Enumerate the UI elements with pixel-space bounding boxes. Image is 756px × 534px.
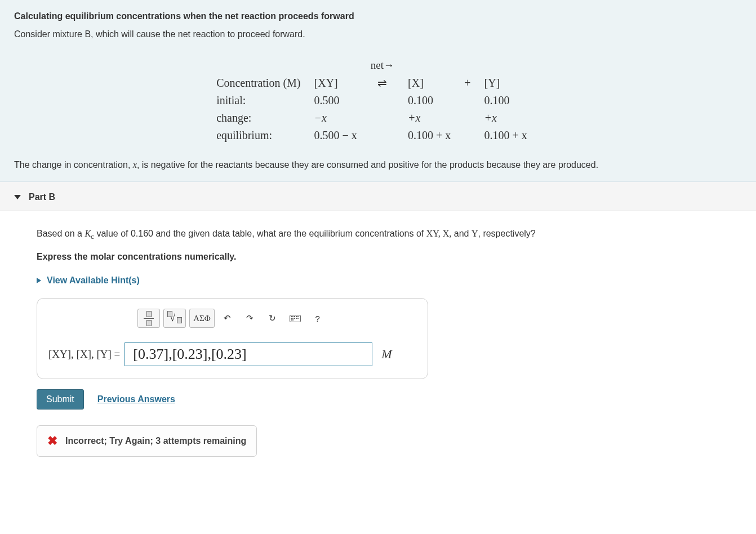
footnote-text: , is negative for the reactants because …	[137, 160, 598, 170]
help-icon: ?	[315, 314, 320, 323]
redo-button[interactable]: ↷	[241, 309, 260, 328]
part-body: Based on a Kc value of 0.160 and the giv…	[0, 211, 756, 474]
equation-toolbar: √ ΑΣΦ ↶ ↷ ↻	[137, 309, 327, 328]
part-title: Part B	[29, 192, 55, 202]
question-fragment: value of 0.160 and the given data table,…	[94, 229, 426, 238]
answer-unit: M	[381, 347, 392, 362]
undo-icon: ↶	[224, 313, 231, 323]
placeholder-box-icon	[146, 320, 152, 326]
placeholder-box-icon	[177, 317, 182, 323]
ice-row-label: initial:	[216, 94, 246, 106]
placeholder-box-icon	[146, 311, 152, 317]
ice-row-initial: initial: 0.500 0.100 0.100	[216, 92, 540, 109]
greek-letters-button[interactable]: ΑΣΦ	[189, 309, 215, 328]
ice-table: net→ Concentration (M) [XY] ⇌ [X] + [Y] …	[14, 56, 742, 145]
feedback-text: Incorrect; Try Again; 3 attempts remaini…	[65, 436, 246, 446]
question-species: Y	[472, 229, 478, 238]
previous-answers-link[interactable]: Previous Answers	[97, 394, 175, 404]
undo-button[interactable]: ↶	[218, 309, 237, 328]
chevron-right-icon	[37, 278, 41, 283]
ice-row-change: change: −x +x +x	[216, 110, 540, 126]
net-direction-label: net→	[371, 59, 394, 71]
ice-header-y: [Y]	[484, 77, 500, 89]
keyboard-button[interactable]	[286, 309, 305, 328]
intro-footnote: The change in concentration, x, is negat…	[14, 159, 742, 171]
ice-cell: +x	[484, 112, 497, 124]
ice-cell: 0.100	[484, 94, 510, 106]
answer-input[interactable]	[132, 345, 365, 363]
fraction-button[interactable]	[137, 309, 160, 328]
ice-cell: 0.100	[408, 94, 433, 106]
help-button[interactable]: ?	[308, 309, 327, 328]
reset-icon: ↻	[269, 313, 276, 323]
feedback-box: ✖ Incorrect; Try Again; 3 attempts remai…	[37, 425, 257, 457]
ice-cell: 0.100 + x	[484, 129, 527, 141]
footnote-text: The change in concentration,	[14, 160, 133, 170]
ice-row-label: change:	[216, 112, 251, 124]
answer-frame: √ ΑΣΦ ↶ ↷ ↻	[37, 298, 428, 379]
hints-toggle[interactable]: View Available Hint(s)	[37, 275, 742, 286]
ice-header-xy: [XY]	[314, 77, 338, 89]
incorrect-icon: ✖	[47, 434, 57, 448]
ice-header-conc: Concentration (M)	[216, 77, 300, 89]
intro-panel: Calculating equilibrium concentrations w…	[0, 0, 756, 182]
question-fragment: and	[451, 229, 472, 238]
part-header[interactable]: Part B	[0, 182, 756, 211]
question-fragment: Based on a	[37, 229, 85, 238]
greek-label: ΑΣΦ	[193, 314, 211, 323]
ice-cell: 0.500 − x	[314, 129, 357, 141]
answer-input-wrapper[interactable]	[124, 342, 372, 366]
ice-header-x: [X]	[408, 77, 424, 89]
nth-root-button[interactable]: √	[163, 309, 186, 328]
answer-instruction: Express the molar concentrations numeric…	[37, 252, 742, 262]
ice-cell: 0.100 + x	[408, 129, 451, 141]
ice-cell: −x	[314, 112, 327, 124]
question-text: Based on a Kc value of 0.160 and the giv…	[37, 228, 742, 242]
ice-cell: 0.500	[314, 94, 340, 106]
equilibrium-arrow-icon: ⇌	[377, 77, 387, 89]
redo-icon: ↷	[246, 313, 254, 323]
ice-cell: +x	[408, 112, 420, 124]
answer-lhs-label: [XY], [X], [Y] =	[48, 348, 120, 361]
ice-row-equilibrium: equilibrium: 0.500 − x 0.100 + x 0.100 +…	[216, 127, 540, 144]
question-fragment: , respectively?	[478, 229, 535, 238]
kc-symbol: K	[85, 229, 91, 238]
submit-button[interactable]: Submit	[37, 389, 84, 410]
intro-title: Calculating equilibrium concentrations w…	[14, 11, 742, 21]
chevron-down-icon	[14, 195, 21, 199]
footnote-var: x	[133, 160, 137, 170]
ice-row-label: equilibrium:	[216, 129, 272, 141]
reset-button[interactable]: ↻	[263, 309, 282, 328]
intro-subtitle: Consider mixture B, which will cause the…	[14, 29, 742, 39]
hints-label: View Available Hint(s)	[47, 275, 140, 286]
keyboard-icon	[290, 315, 301, 322]
question-species: XY, X,	[426, 229, 452, 238]
plus-icon: +	[464, 77, 470, 89]
radical-icon: √	[170, 312, 175, 324]
